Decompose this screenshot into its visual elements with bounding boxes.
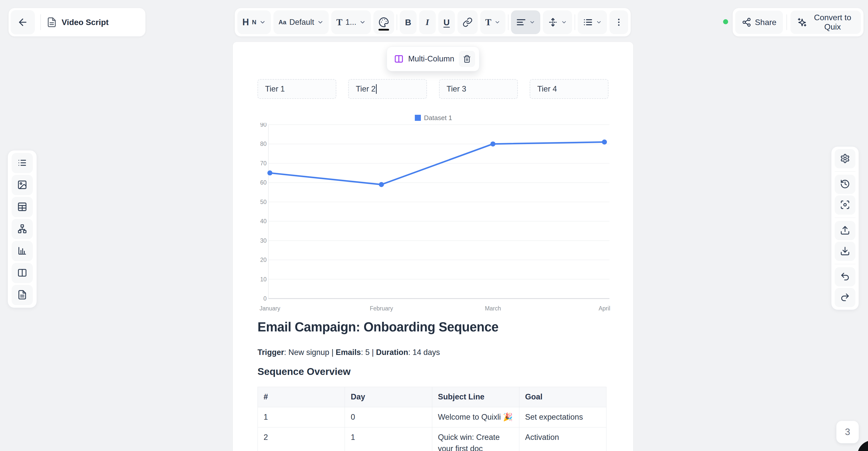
chart-legend: Dataset 1 [255, 113, 612, 123]
file-text-button[interactable] [11, 285, 33, 305]
upload-button[interactable] [835, 221, 856, 240]
focus-button[interactable] [835, 195, 856, 215]
svg-text:20: 20 [260, 257, 267, 263]
underline-button[interactable]: U [438, 10, 455, 34]
image-button[interactable] [11, 175, 33, 195]
line-spacing-select[interactable] [543, 10, 572, 34]
share-icon [742, 18, 751, 27]
redo-button[interactable] [835, 288, 856, 307]
table-cell[interactable]: 1 [345, 427, 432, 451]
list-icon [583, 17, 593, 27]
table-row: 10Welcome to Quixli 🎉Set expectations [258, 407, 607, 427]
sparkles-icon [797, 17, 807, 27]
svg-text:0: 0 [263, 295, 267, 302]
italic-icon: I [426, 18, 429, 27]
bold-button[interactable]: B [400, 10, 416, 34]
org-chart-button[interactable] [11, 219, 33, 239]
column-cell[interactable]: Tier 3 [439, 79, 518, 99]
download-button[interactable] [835, 242, 856, 261]
bold-icon: B [405, 18, 411, 27]
more-options-button[interactable] [610, 10, 628, 34]
column-cell-text: Tier 4 [537, 84, 557, 93]
column-cell[interactable]: Tier 1 [257, 79, 336, 99]
svg-text:April: April [599, 305, 610, 312]
undo-icon [840, 272, 850, 282]
file-text-icon [17, 290, 27, 301]
document-title-group[interactable]: Video Script [46, 17, 108, 28]
svg-text:70: 70 [260, 160, 267, 167]
font-name-label: Default [289, 18, 314, 27]
actions-panel [831, 146, 859, 310]
table-cell[interactable]: 0 [345, 407, 432, 427]
column-cell[interactable]: Tier 2 [348, 79, 427, 99]
multi-column-row: Tier 1Tier 2Tier 3Tier 4 [257, 79, 609, 99]
align-select[interactable] [511, 10, 540, 34]
palette-icon [378, 17, 389, 28]
table-header-cell[interactable]: # [258, 387, 345, 407]
list-button[interactable] [11, 153, 33, 173]
sync-status-dot [723, 19, 728, 24]
legend-label: Dataset 1 [424, 114, 452, 122]
share-button[interactable]: Share [735, 10, 783, 34]
document-meta-line: Trigger: New signup | Emails: 5 | Durati… [257, 348, 440, 357]
table-cell[interactable]: Quick win: Create your first doc [432, 427, 519, 451]
table-header-cell[interactable]: Goal [519, 387, 606, 407]
settings-button[interactable] [835, 149, 856, 168]
table-cell[interactable]: Welcome to Quixli 🎉 [432, 407, 519, 427]
upload-icon [840, 225, 850, 236]
table-cell[interactable]: Activation [519, 427, 606, 451]
column-cell-text: Tier 1 [265, 84, 285, 93]
underline-icon: U [443, 18, 450, 27]
list-select[interactable] [578, 10, 607, 34]
back-button[interactable] [10, 10, 35, 34]
font-size-value: 1... [345, 18, 356, 27]
share-toolbar: Share Convert to Quix [733, 8, 864, 36]
meta-bold: Trigger [257, 348, 284, 357]
download-icon [840, 246, 850, 257]
chevron-down-icon [259, 19, 266, 26]
table-header-cell[interactable]: Day [345, 387, 432, 407]
table-row: 21Quick win: Create your first docActiva… [258, 427, 607, 451]
table-cell[interactable]: 1 [258, 407, 345, 427]
convert-label: Convert to Quix [811, 13, 855, 32]
svg-text:80: 80 [260, 141, 267, 147]
table-cell[interactable]: 2 [258, 427, 345, 451]
delete-block-button[interactable] [459, 51, 475, 67]
table-header-row: #DaySubject LineGoal [258, 387, 607, 407]
svg-text:40: 40 [260, 218, 267, 225]
more-vertical-icon [614, 18, 624, 27]
current-color-bar [378, 29, 389, 31]
panel-divider [835, 264, 856, 264]
column-cell[interactable]: Tier 4 [530, 79, 609, 99]
convert-to-quix-button[interactable]: Convert to Quix [790, 10, 861, 34]
font-size-select[interactable]: T 1... [331, 10, 371, 34]
panel-divider [835, 171, 856, 172]
undo-button[interactable] [835, 267, 856, 286]
redo-icon [840, 292, 850, 303]
chevron-down-icon [596, 19, 602, 25]
text-color-button[interactable] [373, 10, 394, 34]
history-icon [840, 179, 850, 190]
text-style-button[interactable]: T [480, 10, 505, 34]
table-icon [17, 202, 27, 213]
heading-variant-label: N [252, 19, 256, 26]
meta-text: : New signup | [284, 348, 336, 357]
sequence-table: #DaySubject LineGoal 10Welcome to Quixli… [257, 387, 607, 451]
table-button[interactable] [11, 197, 33, 217]
link-button[interactable] [458, 10, 478, 34]
italic-button[interactable]: I [419, 10, 436, 34]
table-header-cell[interactable]: Subject Line [432, 387, 519, 407]
assistant-bubble[interactable] [858, 441, 868, 451]
heading-select[interactable]: H N [237, 10, 271, 34]
meta-text: : 14 days [408, 348, 440, 357]
history-button[interactable] [835, 175, 856, 194]
bar-chart-button[interactable] [11, 241, 33, 261]
document-page[interactable]: Multi-Column Tier 1Tier 2Tier 3Tier 4 Da… [233, 42, 633, 451]
chevron-down-icon [561, 19, 567, 25]
font-select[interactable]: Aa Default [273, 10, 329, 34]
column-cell-text: Tier 3 [446, 84, 466, 93]
columns-button[interactable] [11, 263, 33, 283]
text-caret [376, 84, 377, 94]
table-cell[interactable]: Set expectations [519, 407, 606, 427]
list-icon [17, 158, 27, 169]
